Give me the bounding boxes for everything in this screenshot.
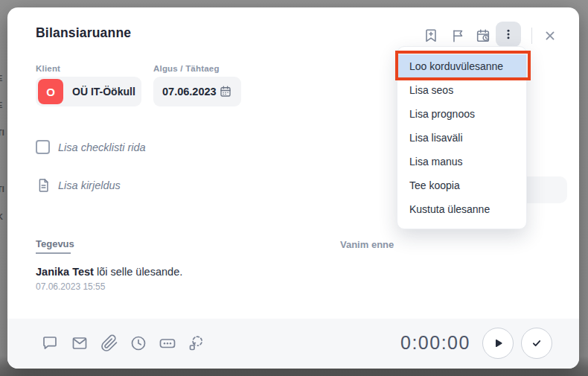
close-icon[interactable]: [542, 28, 558, 44]
menu-item-make-copy[interactable]: Tee koopia: [397, 173, 526, 197]
backdrop-text-fragment: K: [0, 212, 4, 221]
client-avatar: O: [38, 79, 63, 104]
activity-text: lõi selle ülesande.: [94, 266, 182, 278]
date-field[interactable]: 07.06.2023: [153, 77, 241, 106]
more-actions-menu: Loo korduvülesanne Lisa seos Lisa progno…: [397, 46, 527, 229]
description-icon: [36, 177, 51, 194]
menu-item-add-forecast[interactable]: Lisa prognoos: [397, 102, 526, 126]
activity-timestamp: 07.06.2023 15:55: [36, 281, 105, 292]
date-value: 07.06.2023: [162, 86, 217, 98]
schedule-label: Algus / Tähtaeg: [153, 64, 220, 73]
client-label: Klient: [36, 64, 60, 73]
header-divider: [531, 28, 532, 44]
tab-activity-underline: [36, 252, 71, 254]
bookmark-add-icon[interactable]: [423, 28, 439, 44]
menu-item-add-relation[interactable]: Lisa seos: [397, 78, 526, 102]
timer-display: 0:00:00: [400, 332, 470, 354]
calendar-reminder-icon[interactable]: [475, 28, 491, 44]
modal-footer: 0:00:00: [7, 319, 579, 369]
more-vertical-button[interactable]: [496, 22, 521, 47]
email-icon[interactable]: [71, 334, 89, 352]
backdrop-text-fragment: E: [0, 74, 4, 83]
play-icon: [490, 335, 506, 351]
recurring-task-icon[interactable]: [188, 334, 205, 352]
message-dots-icon[interactable]: [159, 334, 176, 352]
backdrop-text-fragment: TI: [0, 185, 4, 194]
checklist-checkbox[interactable]: [36, 140, 50, 154]
page-title: Bilansiaruanne: [36, 25, 131, 41]
backdrop-text-fragment: I: [0, 157, 4, 166]
task-modal: Bilansiaruanne Klient Al: [7, 7, 579, 369]
client-field[interactable]: O OÜ IT-Öökull: [36, 77, 141, 106]
client-name: OÜ IT-Öökull: [72, 86, 135, 98]
menu-item-delete-task[interactable]: Kustuta ülesanne: [397, 197, 526, 221]
backdrop-text-fragment: TI: [0, 128, 4, 137]
flag-icon[interactable]: [450, 28, 466, 44]
check-icon: [528, 335, 545, 351]
activity-sort-toggle[interactable]: Vanim enne: [340, 239, 394, 250]
checklist-placeholder[interactable]: Lisa checklisti rida: [58, 141, 146, 153]
description-placeholder[interactable]: Lisa kirjeldus: [58, 179, 121, 191]
calendar-icon: [219, 85, 232, 98]
menu-item-create-recurring-task[interactable]: Loo korduvülesanne: [397, 54, 526, 78]
activity-actor: Janika Test: [36, 266, 94, 278]
backdrop-text-fragment: E: [0, 101, 4, 109]
start-timer-button[interactable]: [482, 328, 514, 359]
comment-icon[interactable]: [41, 334, 59, 352]
more-vertical-icon: [501, 26, 516, 42]
tab-activity[interactable]: Tegevus: [36, 238, 74, 249]
attachment-icon[interactable]: [100, 334, 118, 352]
menu-item-add-custom-field[interactable]: Lisa lisaväli: [397, 126, 526, 150]
activity-entry: Janika Test lõi selle ülesande.: [36, 266, 182, 278]
menu-item-add-attachment[interactable]: Lisa manus: [397, 150, 526, 173]
time-log-icon[interactable]: [130, 334, 147, 352]
complete-task-button[interactable]: [521, 328, 552, 359]
